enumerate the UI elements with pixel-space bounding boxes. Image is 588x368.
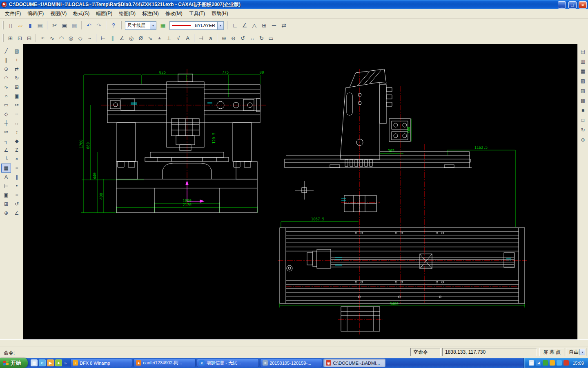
arc-3pt-icon[interactable]: ◠: [57, 34, 66, 43]
menu-format[interactable]: 格式(S): [70, 9, 93, 18]
step-line-icon[interactable]: └: [1, 155, 11, 164]
z-order-icon[interactable]: Z: [12, 146, 22, 155]
cascade-windows-icon[interactable]: ▧: [579, 77, 588, 85]
volume-icon[interactable]: ◄: [536, 360, 541, 366]
help-icon[interactable]: ?: [109, 20, 118, 30]
menu-draw[interactable]: 绘图(D): [116, 9, 139, 18]
menu-view[interactable]: 视图(V): [47, 9, 70, 18]
toolbox-icon[interactable]: ▩: [579, 96, 588, 105]
ellipse-icon[interactable]: ○: [1, 92, 11, 101]
start-button[interactable]: 开始: [0, 358, 28, 368]
dimension-icon[interactable]: ⊢: [1, 182, 11, 191]
grid-snap-icon[interactable]: ⊞: [259, 20, 269, 30]
messenger-tray-icon[interactable]: [557, 360, 562, 366]
menu-sheet[interactable]: 幅面(P): [93, 9, 116, 18]
offset-icon[interactable]: ∥: [12, 173, 22, 182]
magnifier-icon[interactable]: ⊕: [1, 209, 11, 218]
shear-icon[interactable]: ✂: [12, 101, 22, 110]
menu-file[interactable]: 文件(F): [2, 9, 24, 18]
hatch-icon[interactable]: ▦: [1, 164, 11, 173]
print-icon[interactable]: ▤: [35, 20, 45, 30]
taskbar-task[interactable]: e增加信息 - 无忧...: [197, 359, 259, 367]
new-window-icon[interactable]: ▤: [579, 47, 588, 56]
circle-icon[interactable]: ⊙: [1, 65, 11, 74]
property-view-icon[interactable]: ▨: [579, 87, 588, 95]
wave-line-icon[interactable]: ~: [85, 34, 94, 43]
taskbar-task[interactable]: ♪DFX 8 Winamp: [70, 359, 132, 367]
format-brush-icon[interactable]: ▨: [12, 47, 22, 56]
download-manager-icon[interactable]: [550, 360, 555, 366]
spline-curve-icon[interactable]: ∿: [47, 34, 57, 43]
text-note-icon[interactable]: A: [183, 34, 192, 43]
corner-cut-icon[interactable]: ┐: [1, 137, 11, 146]
edit-text-icon[interactable]: a: [206, 34, 215, 43]
center-line-icon[interactable]: ┼: [1, 119, 11, 128]
refresh-view-icon[interactable]: ↻: [579, 126, 588, 134]
dim-radius-icon[interactable]: ◎: [127, 34, 136, 43]
copy-object-icon[interactable]: ▣: [12, 92, 22, 101]
line-width-toggle-icon[interactable]: ─: [269, 20, 279, 30]
pan-view-icon[interactable]: ↔: [247, 34, 257, 43]
datum-icon[interactable]: ⊥: [164, 34, 174, 43]
toolbar-grip[interactable]: [2, 34, 4, 42]
command-prompt[interactable]: 命令:: [4, 350, 15, 357]
align-icon[interactable]: ≡: [12, 164, 22, 173]
trim-icon[interactable]: ✂: [1, 128, 11, 137]
chevron-down-icon[interactable]: ▼: [579, 349, 585, 355]
drawing-canvas[interactable]: 825 775 80 1760 660 440 400 120.5 1000 2…: [23, 44, 577, 339]
zoom-previous-icon[interactable]: ↺: [238, 34, 247, 43]
properties-icon[interactable]: ≡: [12, 191, 22, 200]
dim-aligned-icon[interactable]: ∥: [108, 34, 117, 43]
taskbar-task[interactable]: ≡20150105-120159-...: [260, 359, 322, 367]
antivirus-icon[interactable]: [543, 360, 548, 366]
show-desktop-icon[interactable]: ▦: [31, 359, 38, 366]
parallel-line-icon[interactable]: ∥: [1, 56, 11, 65]
menu-help[interactable]: 帮助(H): [208, 9, 232, 18]
menu-annotate[interactable]: 标注(N): [139, 9, 162, 18]
taskbar-task[interactable]: ◉C:\DOCUME~1\ADMI...: [323, 359, 385, 367]
block-icon[interactable]: ▣: [1, 191, 11, 200]
menu-tools[interactable]: 工具(T): [186, 9, 208, 18]
break-icon[interactable]: ╌: [12, 110, 22, 119]
new-file-icon[interactable]: ▯: [6, 20, 16, 30]
menu-modify[interactable]: 修改(M): [162, 9, 186, 18]
spline-icon[interactable]: ∿: [1, 83, 11, 92]
paste-icon[interactable]: ▦: [69, 20, 79, 30]
internet-explorer-icon[interactable]: e: [39, 359, 46, 366]
polyline-icon[interactable]: ≈: [38, 34, 47, 43]
dynamic-input-icon[interactable]: ⇄: [279, 20, 289, 30]
scale-icon[interactable]: ↕: [12, 128, 22, 137]
rectangle-icon[interactable]: ▭: [1, 101, 11, 110]
layer-manager-icon[interactable]: ▦: [158, 20, 168, 30]
fill-icon[interactable]: ◆: [12, 137, 22, 146]
line-icon[interactable]: ╱: [1, 47, 11, 56]
dim-linear-icon[interactable]: ⊢: [98, 34, 108, 43]
edit-dimension-icon[interactable]: ⊣: [196, 34, 206, 43]
rotate-icon[interactable]: ↻: [12, 74, 22, 83]
copy-icon[interactable]: ▣: [60, 20, 69, 30]
zoom-fit-icon[interactable]: ⊕: [579, 136, 588, 144]
color-linestyle-combo[interactable]: BYLAYER ▼: [169, 21, 224, 30]
measure-icon[interactable]: ∠: [12, 209, 22, 218]
library-icon[interactable]: ⊞: [1, 200, 11, 209]
mirror-icon[interactable]: ⇄: [12, 65, 22, 74]
security-center-icon[interactable]: [564, 360, 569, 366]
tile-horizontal-icon[interactable]: ▥: [579, 57, 588, 65]
input-method-icon[interactable]: ▤: [529, 360, 534, 366]
pick-mode-button[interactable]: 屏 幕 点: [539, 348, 564, 356]
tolerance-icon[interactable]: ±: [155, 34, 164, 43]
snap-mode-dropdown[interactable]: 自由 ▼: [566, 348, 586, 356]
leader-icon[interactable]: ↘: [145, 34, 155, 43]
polar-mode-icon[interactable]: ∠: [240, 20, 249, 30]
messenger-icon[interactable]: ●: [55, 359, 62, 366]
menu-edit[interactable]: 编辑(E): [24, 9, 47, 18]
dim-diameter-icon[interactable]: Ø: [136, 34, 145, 43]
show-grid-icon[interactable]: □: [579, 116, 588, 124]
text-icon[interactable]: A: [1, 173, 11, 182]
open-file-icon[interactable]: ▱: [16, 20, 25, 30]
stretch-icon[interactable]: ↔: [12, 119, 22, 128]
ortho-mode-icon[interactable]: ∟: [230, 20, 240, 30]
object-snap-icon[interactable]: △: [249, 20, 259, 30]
toolbar-grip[interactable]: [2, 21, 4, 29]
contour-icon[interactable]: ◇: [76, 34, 85, 43]
